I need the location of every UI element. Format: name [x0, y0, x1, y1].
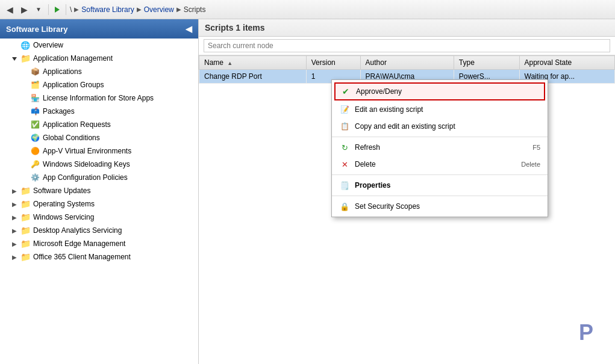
expand-arrow-windows-servicing: ▶	[12, 214, 19, 221]
col-version-label: Version	[311, 58, 336, 67]
col-author[interactable]: Author	[360, 56, 454, 70]
key-icon: 🔑	[30, 159, 40, 169]
context-menu-label-edit: Edit an existing script	[355, 105, 540, 114]
col-author-label: Author	[366, 58, 387, 67]
global-conditions-icon: 🌍	[30, 133, 40, 143]
context-menu-shortcut-delete: Delete	[521, 161, 540, 168]
packages-icon: 📫	[30, 106, 40, 116]
breadcrumb-sep-3: ▶	[176, 6, 181, 13]
toolbar-separator-1	[48, 4, 49, 15]
context-menu-item-refresh[interactable]: ↻ Refresh F5	[332, 139, 548, 156]
sidebar-label-appv: App-V Virtual Environments	[43, 147, 131, 155]
sidebar-label-sideloading: Windows Sideloading Keys	[43, 160, 130, 168]
sidebar-title: Software Library	[6, 25, 68, 34]
context-menu-label-approve-deny: Approve/Deny	[356, 87, 539, 96]
sidebar-item-app-requests[interactable]: ✅ Application Requests	[0, 118, 198, 131]
expand-arrow-office365: ▶	[12, 254, 19, 261]
search-input[interactable]	[204, 39, 610, 52]
sidebar-item-app-config[interactable]: ⚙️ App Configuration Policies	[0, 171, 198, 184]
expand-arrow-app-management	[12, 55, 19, 62]
sidebar-item-operating-systems[interactable]: ▶ 📁 Operating Systems	[0, 197, 198, 211]
breadcrumb-overview[interactable]: Overview	[144, 5, 174, 14]
sidebar: Software Library ◀ 🌐 Overview 📁 Applicat…	[0, 19, 199, 364]
sidebar-item-app-management[interactable]: 📁 Application Management	[0, 52, 198, 65]
sidebar-label-applications: Applications	[43, 67, 82, 76]
col-approval-label: Approval State	[525, 58, 572, 67]
sidebar-label-software-updates: Software Updates	[33, 187, 90, 195]
content-area: Scripts 1 items Name ▲ Version Author	[199, 19, 615, 364]
sidebar-item-desktop-analytics[interactable]: ▶ 📁 Desktop Analytics Servicing	[0, 224, 198, 237]
sidebar-label-app-requests: Application Requests	[43, 120, 111, 129]
toolbar-separator-2	[66, 4, 66, 15]
sidebar-item-applications[interactable]: 📦 Applications	[0, 65, 198, 78]
forward-button[interactable]: ▶	[18, 4, 30, 16]
sidebar-item-sideloading-keys[interactable]: 🔑 Windows Sideloading Keys	[0, 158, 198, 171]
p-logo: P	[579, 320, 593, 345]
col-name[interactable]: Name ▲	[199, 56, 307, 70]
sidebar-item-office365[interactable]: ▶ 📁 Office 365 Client Management	[0, 250, 198, 264]
applications-icon: 📦	[30, 67, 40, 76]
context-menu-separator-1	[332, 137, 548, 137]
app-groups-icon: 🗂️	[30, 80, 40, 90]
context-menu-label-delete: Delete	[355, 160, 516, 168]
breadcrumb-backslash: \	[70, 5, 72, 14]
context-menu: ✔ Approve/Deny 📝 Edit an existing script…	[331, 79, 548, 217]
sidebar-label-license: License Information for Store Apps	[43, 94, 154, 102]
sidebar-label-edge: Microsoft Edge Management	[33, 239, 125, 248]
col-version[interactable]: Version	[306, 56, 360, 70]
content-header: Scripts 1 items	[199, 19, 615, 37]
context-menu-item-edit-script[interactable]: 📝 Edit an existing script	[332, 101, 548, 118]
context-menu-item-approve-deny[interactable]: ✔ Approve/Deny	[334, 82, 545, 100]
context-menu-item-copy-edit[interactable]: 📋 Copy and edit an existing script	[332, 118, 548, 135]
context-menu-separator-2	[332, 174, 548, 175]
sidebar-item-software-updates[interactable]: ▶ 📁 Software Updates	[0, 184, 198, 197]
sidebar-collapse-button[interactable]: ◀	[186, 24, 192, 34]
expand-arrow-os: ▶	[12, 201, 19, 208]
col-name-label: Name	[204, 58, 223, 67]
folder-icon-os: 📁	[20, 199, 30, 209]
app-config-icon: ⚙️	[30, 173, 40, 182]
col-type[interactable]: Type	[454, 56, 519, 70]
context-menu-item-properties[interactable]: 🗒️ Properties	[332, 177, 548, 194]
sidebar-item-overview[interactable]: 🌐 Overview	[0, 39, 198, 52]
sidebar-label-app-config: App Configuration Policies	[43, 173, 128, 182]
sidebar-label-app-management: Application Management	[33, 54, 113, 63]
sidebar-item-windows-servicing[interactable]: ▶ 📁 Windows Servicing	[0, 211, 198, 224]
context-menu-item-delete[interactable]: ✕ Delete Delete	[332, 156, 548, 173]
toolbar: ◀ ▶ ▼ \ ▶ Software Library ▶ Overview ▶ …	[0, 0, 615, 19]
app-requests-icon: ✅	[30, 120, 40, 129]
sidebar-item-edge[interactable]: ▶ 📁 Microsoft Edge Management	[0, 237, 198, 250]
expand-arrow-edge: ▶	[12, 241, 19, 247]
context-menu-separator-3	[332, 196, 548, 196]
context-menu-item-security-scopes[interactable]: 🔒 Set Security Scopes	[332, 198, 548, 215]
sort-arrow-name: ▲	[227, 60, 233, 66]
context-menu-label-refresh: Refresh	[355, 143, 528, 152]
watermark: P	[579, 322, 603, 346]
back-button[interactable]: ◀	[4, 4, 16, 16]
sidebar-label-windows-servicing: Windows Servicing	[33, 213, 94, 221]
copy-icon: 📋	[339, 121, 350, 132]
sidebar-header: Software Library ◀	[0, 19, 198, 39]
properties-icon: 🗒️	[339, 180, 350, 191]
license-icon: 🏪	[30, 93, 40, 103]
sidebar-item-global-conditions[interactable]: 🌍 Global Conditions	[0, 131, 198, 144]
table-header: Name ▲ Version Author Type Approval Stat…	[199, 56, 615, 70]
folder-icon-office365: 📁	[20, 252, 30, 262]
sidebar-item-application-groups[interactable]: 🗂️ Application Groups	[0, 78, 198, 91]
sidebar-label-office365: Office 365 Client Management	[33, 253, 131, 261]
dropdown-button[interactable]: ▼	[33, 4, 45, 16]
sidebar-item-packages[interactable]: 📫 Packages	[0, 105, 198, 118]
expand-arrow-software-updates: ▶	[12, 188, 19, 194]
sidebar-label-overview: Overview	[33, 41, 63, 49]
main-layout: Software Library ◀ 🌐 Overview 📁 Applicat…	[0, 19, 615, 364]
context-menu-label-copy: Copy and edit an existing script	[355, 122, 540, 131]
sidebar-item-license-info[interactable]: 🏪 License Information for Store Apps	[0, 91, 198, 105]
breadcrumb-software-library[interactable]: Software Library	[81, 5, 134, 14]
col-type-label: Type	[459, 58, 475, 67]
cell-name: Change RDP Port	[199, 70, 307, 84]
security-icon: 🔒	[339, 201, 350, 212]
check-green-icon: ✔	[340, 86, 351, 97]
col-approval-state[interactable]: Approval State	[519, 56, 614, 70]
context-menu-shortcut-refresh: F5	[532, 144, 540, 151]
sidebar-item-appv[interactable]: 🟠 App-V Virtual Environments	[0, 144, 198, 158]
